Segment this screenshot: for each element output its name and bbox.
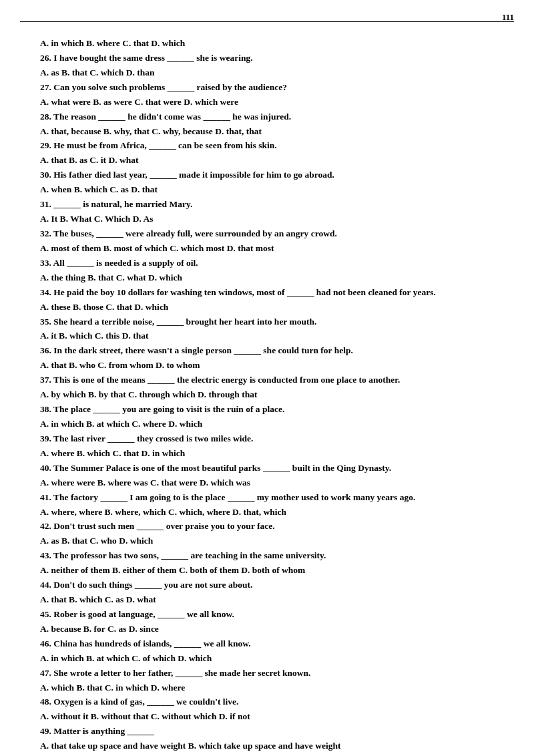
text-line: 28. The reason ______ he didn't come was…	[40, 110, 507, 124]
text-line: A. most of them B. most of which C. whic…	[40, 242, 507, 256]
text-line: 27. Can you solve such problems ______ r…	[40, 81, 507, 95]
text-line: 46. China has hundreds of islands, _____…	[40, 637, 507, 651]
text-line: A. by which B. by that C. through which …	[40, 388, 507, 402]
main-content: A. in which B. where C. that D. which26.…	[0, 0, 534, 756]
text-line: 36. In the dark street, there wasn't a s…	[40, 344, 507, 358]
text-line: A. because B. for C. as D. since	[40, 622, 507, 636]
text-line: A. where, where B. where, which C. which…	[40, 506, 507, 520]
text-line: A. where B. which C. that D. in which	[40, 447, 507, 461]
text-line: A. that take up space and have weight B.…	[40, 739, 507, 753]
text-line: 37. This is one of the means ______ the …	[40, 373, 507, 387]
text-line: A. which B. that C. in which D. where	[40, 681, 507, 695]
text-line: A. in which B. at which C. where D. whic…	[40, 417, 507, 431]
text-line: 44. Don't do such things ______ you are …	[40, 578, 507, 592]
text-line: 42. Don't trust such men ______ over pra…	[40, 520, 507, 534]
text-line: 47. She wrote a letter to her father, __…	[40, 667, 507, 681]
text-line: 48. Oxygen is a kind of gas, ______ we c…	[40, 695, 507, 709]
text-line: A. these B. those C. that D. which	[40, 301, 507, 315]
text-line: A. that B. who C. from whom D. to whom	[40, 359, 507, 373]
text-line: A. as B. that C. who D. which	[40, 534, 507, 548]
text-line: A. where were B. where was C. that were …	[40, 476, 507, 490]
text-line: 38. The place ______ you are going to vi…	[40, 403, 507, 417]
text-line: 43. The professor has two sons, ______ a…	[40, 549, 507, 563]
text-line: A. neither of them B. either of them C. …	[40, 564, 507, 578]
text-line: 29. He must be from Africa, ______ can b…	[40, 139, 507, 153]
text-line: 31. ______ is natural, he married Mary.	[40, 198, 507, 212]
text-line: A. what were B. as were C. that were D. …	[40, 96, 507, 110]
text-line: 32. The buses, ______ were already full,…	[40, 227, 507, 241]
text-line: A. the thing B. that C. what D. which	[40, 271, 507, 285]
text-line: A. that B. as C. it D. what	[40, 154, 507, 168]
text-line: A. It B. What C. Which D. As	[40, 212, 507, 226]
text-line: 39. The last river ______ they crossed i…	[40, 432, 507, 446]
text-line: 34. He paid the boy 10 dollars for washi…	[40, 286, 507, 300]
text-line: A. in which B. where C. that D. which	[40, 37, 507, 51]
text-line: 49. Matter is anything ______	[40, 725, 507, 739]
text-line: A. that, because B. why, that C. why, be…	[40, 125, 507, 139]
top-divider	[20, 21, 514, 22]
text-line: 26. I have bought the same dress ______ …	[40, 51, 507, 65]
text-line: A. as B. that C. which D. than	[40, 66, 507, 80]
text-line: 33. All ______ is needed is a supply of …	[40, 256, 507, 270]
text-line: A. it B. which C. this D. that	[40, 329, 507, 343]
text-line: 45. Rober is good at language, ______ we…	[40, 608, 507, 622]
text-line: 41. The factory ______ I am going to is …	[40, 491, 507, 505]
text-line: 30. His father died last year, ______ ma…	[40, 168, 507, 182]
text-line: 35. She heard a terrible noise, ______ b…	[40, 315, 507, 329]
text-line: A. in which B. at which C. of which D. w…	[40, 652, 507, 666]
text-line: 40. The Summer Palace is one of the most…	[40, 461, 507, 476]
text-line: A. when B. which C. as D. that	[40, 183, 507, 197]
text-line: A. without it B. without that C. without…	[40, 710, 507, 724]
text-line: A. that B. which C. as D. what	[40, 593, 507, 607]
